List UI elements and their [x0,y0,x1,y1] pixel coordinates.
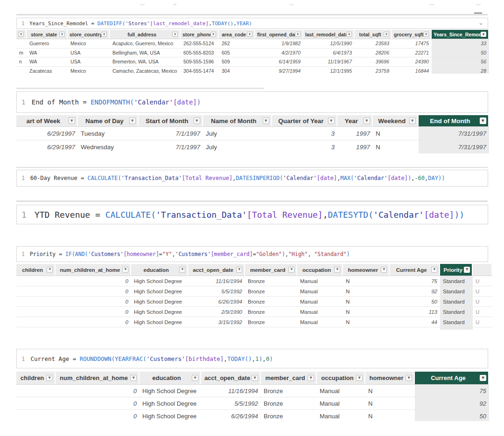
column-dropdown-icon[interactable]: ▾ [384,32,389,37]
column-dropdown-icon[interactable]: ▾ [406,375,412,381]
column-dropdown-icon[interactable]: ▾ [46,375,53,381]
column-header-acct_open_date[interactable]: acct_open_date▾ [201,372,261,384]
table-cell: WA [27,57,68,66]
column-dropdown-icon[interactable]: ▾ [210,32,216,37]
column-header-education[interactable]: education▾ [131,264,188,276]
column-header-num_children_at_home[interactable]: num_children_at_home▾ [56,264,131,276]
column-header-store_country[interactable]: store_country▾ [68,30,110,39]
table-cell: Manual [297,286,343,296]
column-dropdown-icon[interactable]: ▾ [381,267,387,272]
column-dropdown-icon[interactable]: ▾ [130,375,137,381]
column-header-education[interactable]: education▾ [140,372,201,384]
table-cell: High School Degree [131,317,188,327]
column-dropdown-icon[interactable]: ▾ [18,32,24,37]
column-dropdown-icon[interactable]: ▾ [288,267,294,272]
column-header-Start of Month[interactable]: Start of Month▾ [139,115,203,126]
column-dropdown-icon[interactable]: ▾ [295,32,301,37]
dax-formula-box-end-of-month[interactable]: 1End of Month = ENDOFMONTH('Calendar'[da… [16,91,488,113]
column-dropdown-icon[interactable]: ▾ [236,267,242,272]
column-header-area_code[interactable]: area_code▾ [219,30,255,39]
column-header-homeowner[interactable]: homeowner▾ [343,264,390,276]
column-header-acct_open_date[interactable]: acct_open_date▾ [188,264,245,276]
column-header-num_children_at_home[interactable]: num_children_at_home▾ [56,372,140,384]
column-dropdown-icon[interactable]: ▾ [409,118,416,124]
dax-token-ln: 1 [21,175,25,181]
column-dropdown-icon[interactable]: ▾ [356,375,363,381]
column-header-label: Years_Since_Remodel [434,32,481,37]
dax-token-c: [last_remodel_date] [150,21,209,27]
column-dropdown-icon[interactable]: ▾ [423,32,429,37]
table-cell: High School Degree [140,410,201,421]
column-dropdown-icon[interactable]: ▾ [328,118,335,124]
column-header-full_address[interactable]: full_address▾ [110,30,181,39]
column-header-last_remodel_date[interactable]: last_remodel_date▾ [303,30,355,39]
column-header-total_sqft[interactable]: total_sqft▾ [355,30,392,39]
column-header-label: occupation [299,267,334,273]
dax-token-c: [date] [317,175,337,181]
dax-formula-bar-years-since-remodel[interactable]: ⌄ 1Years_Since_Remodel = DATEDIFF('Store… [16,18,488,29]
column-header-Years_Since_Remodel[interactable]: Years_Since_Remodel▾ [432,30,489,39]
column-dropdown-icon[interactable]: ▾ [431,267,437,272]
table-row: 0High School Degree5/5/1992BronzeManualN… [16,286,492,297]
column-header-Current Age[interactable]: Current Age▾ [390,264,440,276]
column-dropdown-icon[interactable]: ▾ [480,118,486,124]
column-header-first_opened_date[interactable]: first_opened_date▾ [255,30,303,39]
column-dropdown-icon[interactable]: ▾ [247,32,252,37]
column-header-End of Month[interactable]: End of Month▾ [419,115,489,126]
column-header-Current Age[interactable]: Current Age▾ [415,372,489,384]
column-dropdown-icon[interactable]: ▾ [263,118,269,124]
formula-bar-expand-icon[interactable]: ⌄ [478,19,483,26]
column-header-art of Week[interactable]: art of Week▾ [16,115,78,126]
column-dropdown-icon[interactable]: ▾ [364,118,370,124]
column-header-Name of Day[interactable]: Name of Day▾ [78,115,139,126]
formula-bar-resize-handle[interactable] [474,13,482,14]
column-header-grocery_sqft[interactable]: grocery_sqft▾ [392,30,432,39]
table-cell: 92 [390,327,440,330]
column-header-member_card[interactable]: member_card▾ [261,372,317,384]
dax-formula-box-priority[interactable]: 1Priority = IF(AND('Customers'[homeowner… [16,246,488,262]
column-header-store_phone[interactable]: store_phone▾ [181,30,219,39]
column-dropdown-icon[interactable]: ▾ [480,375,486,381]
column-header-Weekend[interactable]: Weekend▾ [373,115,419,126]
column-header-children[interactable]: children▾ [16,372,56,384]
column-dropdown-icon[interactable]: ▾ [334,267,340,272]
column-dropdown-icon[interactable]: ▾ [122,267,128,272]
column-header-Priority[interactable]: Priority▾ [440,264,473,276]
column-dropdown-icon[interactable]: ▾ [129,118,136,124]
table-cell: 50 [415,410,489,421]
table-cell: Wednesday [78,140,139,153]
column-dropdown-icon[interactable]: ▾ [172,32,178,37]
column-dropdown-icon[interactable]: ▾ [179,267,185,272]
table-cell: 50 [432,48,489,57]
column-dropdown-icon[interactable]: ▾ [47,267,53,272]
table-cell: N [343,286,390,296]
column-header-Year[interactable]: Year▾ [337,115,373,126]
column-header-Quarter of Year[interactable]: Quarter of Year▾ [272,115,337,126]
column-header-member_card[interactable]: member_card▾ [245,264,297,276]
column-dropdown-icon[interactable]: ▾ [464,267,470,272]
column-header-children[interactable]: children▾ [16,264,56,276]
column-header-partial[interactable] [473,264,492,276]
column-dropdown-icon[interactable]: ▾ [192,375,198,381]
dax-token-ln: 1 [21,355,25,362]
dax-formula-box-current-age[interactable]: 1Current Age = ROUNDDOWN(YEARFRAC('Custo… [16,349,488,368]
column-header-store_state[interactable]: store_state▾ [27,30,68,39]
column-header-occupation[interactable]: occupation▾ [297,264,343,276]
column-dropdown-icon[interactable]: ▾ [194,118,200,124]
column-dropdown-icon[interactable]: ▾ [346,32,352,37]
column-header-homeowner[interactable]: homeowner▾ [365,372,415,384]
column-header-Name of Month[interactable]: Name of Month▾ [203,115,272,126]
dax-token-p: , [425,175,428,181]
column-dropdown-icon[interactable]: ▾ [101,32,107,37]
column-dropdown-icon[interactable]: ▾ [252,375,258,381]
column-dropdown-icon[interactable]: ▾ [69,118,75,124]
dax-formula-box-ytd-revenue[interactable]: 1YTD Revenue = CALCULATE('Transaction_Da… [16,205,488,224]
column-header-occupation[interactable]: occupation▾ [317,372,365,384]
table-header-row: children▾num_children_at_home▾education▾… [16,264,492,276]
column-header-label: first_opened_date [257,32,295,37]
column-dropdown-icon[interactable]: ▾ [481,32,486,37]
column-header-y[interactable]: y▾ [16,30,27,39]
column-dropdown-icon[interactable]: ▾ [308,375,314,381]
column-dropdown-icon[interactable]: ▾ [59,32,65,37]
dax-formula-box-60-day-revenue[interactable]: 160-Day Revenue = CALCULATE('Transaction… [16,170,488,187]
